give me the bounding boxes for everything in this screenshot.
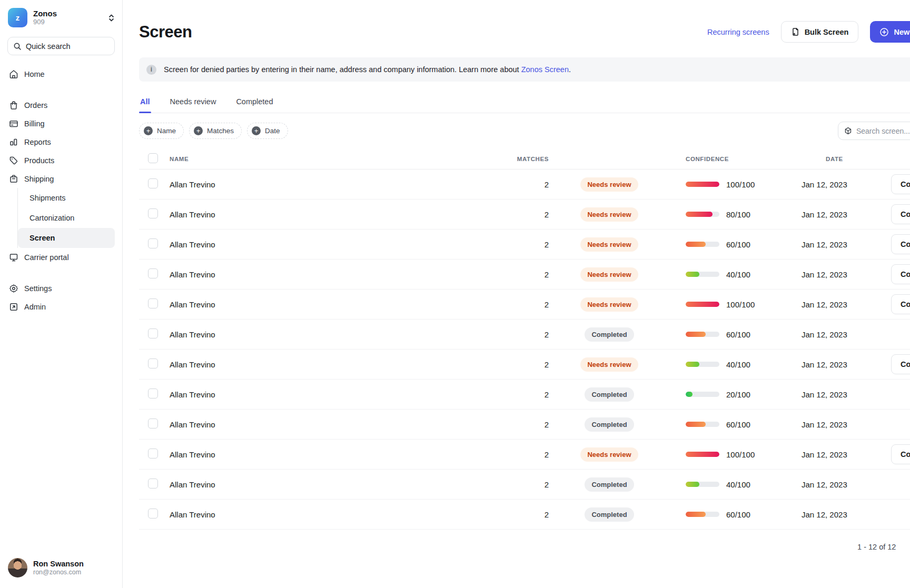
row-matches: 2 xyxy=(512,480,549,489)
status-badge: Completed xyxy=(585,477,634,492)
table-row: Allan Trevino 2 Needs review 100/100 Jan… xyxy=(139,440,910,470)
complete-button[interactable]: Complete xyxy=(891,264,910,284)
row-checkbox[interactable] xyxy=(148,298,158,308)
confidence-bar xyxy=(686,482,719,487)
row-checkbox[interactable] xyxy=(148,268,158,278)
row-matches: 2 xyxy=(512,510,549,519)
filter-chip-name[interactable]: +Name xyxy=(139,123,184,139)
row-checkbox[interactable] xyxy=(148,208,158,218)
row-name: Allan Trevino xyxy=(170,510,512,519)
row-checkbox[interactable] xyxy=(148,178,158,188)
circle-plus-icon xyxy=(879,27,889,37)
confidence-bar xyxy=(686,332,719,337)
row-checkbox[interactable] xyxy=(148,418,158,428)
complete-button[interactable]: Complete xyxy=(891,234,910,254)
complete-button[interactable]: Complete xyxy=(891,174,910,194)
user-menu[interactable]: Ron Swanson ron@zonos.com xyxy=(0,550,122,588)
sidebar-item-reports[interactable]: Reports xyxy=(0,133,117,151)
sidebar-item-carrier-portal[interactable]: Carrier portal xyxy=(0,248,117,266)
sidebar-item-label: Orders xyxy=(24,101,47,109)
status-badge: Needs review xyxy=(580,237,638,252)
status-badge: Completed xyxy=(585,507,634,522)
row-checkbox[interactable] xyxy=(148,449,158,459)
row-checkbox[interactable] xyxy=(148,509,158,519)
info-banner: i Screen for denied parties by entering … xyxy=(139,57,910,82)
gear-icon xyxy=(9,284,18,293)
sidebar-item-billing[interactable]: Billing xyxy=(0,114,117,133)
bulk-screen-button[interactable]: Bulk Screen xyxy=(781,21,859,43)
table-search-input[interactable] xyxy=(856,127,910,135)
sidebar-item-screen[interactable]: Screen xyxy=(18,228,115,248)
select-all-checkbox[interactable] xyxy=(148,153,158,163)
complete-button[interactable]: Complete xyxy=(891,204,910,224)
app-root: z Zonos 909 Quick search Home Orders xyxy=(0,0,910,588)
column-header-confidence: CONFIDENCE xyxy=(670,156,802,162)
sidebar-item-label: Home xyxy=(24,70,45,78)
sidebar-item-home[interactable]: Home xyxy=(0,65,117,83)
page-title: Screen xyxy=(139,23,192,42)
confidence-value: 60/100 xyxy=(726,510,750,519)
complete-button[interactable]: Complete xyxy=(891,294,910,314)
home-icon xyxy=(9,69,18,79)
package-icon xyxy=(9,174,18,184)
status-badge: Needs review xyxy=(580,297,638,312)
row-date: Jan 12, 2023 xyxy=(802,450,891,459)
row-checkbox[interactable] xyxy=(148,479,158,489)
complete-button[interactable]: Complete xyxy=(891,354,910,374)
row-matches: 2 xyxy=(512,330,549,339)
confidence-bar xyxy=(686,212,719,217)
chevron-updown-icon[interactable] xyxy=(108,14,115,22)
workspace-logo: z xyxy=(8,8,27,27)
tab-all[interactable]: All xyxy=(139,97,151,113)
recurring-screens-link[interactable]: Recurring screens xyxy=(707,28,769,36)
workspace-switcher[interactable]: z Zonos 909 xyxy=(0,0,122,33)
table-row: Allan Trevino 2 Completed 40/100 Jan 12,… xyxy=(139,470,910,500)
row-date: Jan 12, 2023 xyxy=(802,360,891,369)
tab-needs-review[interactable]: Needs review xyxy=(169,97,217,113)
tab-bar: All Needs review Completed xyxy=(139,97,910,113)
status-badge: Completed xyxy=(585,327,634,342)
sidebar-item-shipping[interactable]: Shipping xyxy=(0,170,117,188)
workspace-name: Zonos xyxy=(33,9,102,18)
sidebar-item-cartonization[interactable]: Cartonization xyxy=(18,208,115,228)
row-name: Allan Trevino xyxy=(170,420,512,429)
table-header: NAME MATCHES CONFIDENCE DATE xyxy=(139,148,910,170)
table-row: Allan Trevino 2 Needs review 80/100 Jan … xyxy=(139,200,910,230)
sidebar-item-settings[interactable]: Settings xyxy=(0,279,117,297)
plus-icon: + xyxy=(252,126,261,135)
sidebar-item-admin[interactable]: Admin xyxy=(0,297,117,316)
status-badge: Needs review xyxy=(580,357,638,372)
complete-button[interactable]: Complete xyxy=(891,444,910,464)
confidence-value: 40/100 xyxy=(726,360,750,369)
tag-icon xyxy=(9,156,18,165)
column-header-date: DATE xyxy=(802,156,891,162)
filter-chip-date[interactable]: +Date xyxy=(247,123,288,139)
sidebar-nav: Home Orders Billing Reports Products S xyxy=(0,63,122,550)
zonos-screen-link[interactable]: Zonos Screen xyxy=(521,65,569,74)
bar-chart-icon xyxy=(9,137,18,147)
row-date: Jan 12, 2023 xyxy=(802,240,891,249)
confidence-value: 100/100 xyxy=(726,450,755,459)
avatar xyxy=(8,558,27,577)
tab-completed[interactable]: Completed xyxy=(235,97,274,113)
cube-icon xyxy=(844,126,852,135)
row-checkbox[interactable] xyxy=(148,388,158,398)
row-matches: 2 xyxy=(512,450,549,459)
row-checkbox[interactable] xyxy=(148,238,158,248)
confidence-bar xyxy=(686,272,719,277)
confidence-bar xyxy=(686,362,719,367)
status-badge: Completed xyxy=(585,417,634,432)
row-name: Allan Trevino xyxy=(170,390,512,399)
new-screen-button[interactable]: New screen xyxy=(870,21,910,43)
sidebar-item-shipments[interactable]: Shipments xyxy=(18,188,115,208)
row-checkbox[interactable] xyxy=(148,328,158,338)
quick-search-input[interactable]: Quick search xyxy=(7,37,115,55)
row-matches: 2 xyxy=(512,360,549,369)
user-name: Ron Swanson xyxy=(33,560,84,569)
row-checkbox[interactable] xyxy=(148,358,158,368)
filter-chip-matches[interactable]: +Matches xyxy=(189,123,242,139)
sidebar-item-orders[interactable]: Orders xyxy=(0,96,117,114)
external-link-icon xyxy=(9,302,18,312)
row-name: Allan Trevino xyxy=(170,330,512,339)
sidebar-item-products[interactable]: Products xyxy=(0,151,117,170)
